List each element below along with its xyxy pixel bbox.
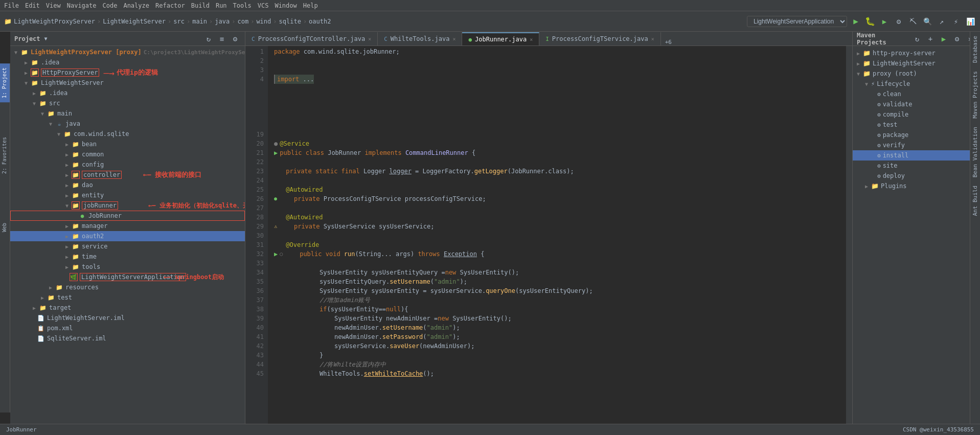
vtab-maven[interactable]: Maven Projects [970,67,980,123]
tree-entity[interactable]: ▶ 📁 entity [10,190,245,200]
tree-manager[interactable]: ▶ 📁 manager [10,221,245,231]
line-numbers: 1 2 3 4 19 20 21 22 23 24 25 26 27 28 29… [245,46,268,424]
maven-item-test[interactable]: ⚙ test [853,120,980,130]
tree-lw-idea[interactable]: ▶ 📁 .idea [10,88,245,98]
tree-pom[interactable]: 📋 pom.xml [10,323,245,333]
settings-icon[interactable]: ⚙ [230,33,241,44]
tab-processconfig[interactable]: C ProcessConfigTController.java × [245,32,378,45]
maven-add-icon[interactable]: + [925,33,936,44]
vtab-ant[interactable]: Ant Build [970,181,980,220]
maven-item-verify[interactable]: ⚙ verify [853,140,980,150]
menu-view[interactable]: View [46,2,61,9]
maven-run-icon[interactable]: ▶ [938,33,949,44]
tree-sqlite-iml[interactable]: 📄 SqliteServer.iml [10,333,245,344]
tab-jobrunner[interactable]: ● JobRunner.java × [462,32,539,45]
tree-root[interactable]: ▼ 📁 LightWeightProxyServer [proxy] C:\pr… [10,47,245,57]
tree-dao[interactable]: ▶ 📁 dao [10,180,245,190]
tree-src[interactable]: ▼ 📁 src [10,98,245,108]
tree-main[interactable]: ▼ 📁 main [10,108,245,119]
tree-jobrunner-folder[interactable]: ▼ 📁 jobRunner ←— 业务初始化（初始化sqlite、开启代理端口） [10,200,245,211]
tree-idea[interactable]: ▶ 📁 .idea [10,57,245,67]
tree-lwserver[interactable]: ▼ 📁 LightWeightServer [10,78,245,88]
tab-close-service[interactable]: × [651,36,654,42]
left-tab-favorites[interactable]: 2: Favorites [0,133,10,178]
toolbar-icon3[interactable]: ↗ [936,16,947,27]
maven-item-compile[interactable]: ⚙ compile [853,109,980,120]
toolbar-icon4[interactable]: ⚡ [950,16,962,27]
maven-item-http[interactable]: ▶ 📁 http-proxy-server [853,48,980,58]
menu-window[interactable]: Window [275,2,297,9]
run-config-select[interactable]: LightWeightServerApplication [747,16,847,27]
tab-close-jobrunner[interactable]: × [530,37,533,42]
main-area: 1: Project 2: Favorites Web Project ▼ ↻ … [0,32,980,424]
menu-code[interactable]: Code [103,2,118,9]
tab-count[interactable]: +6 [661,39,676,45]
menu-file[interactable]: File [4,2,19,9]
tab-whilte[interactable]: C WhilteTools.java × [378,32,462,45]
menu-run[interactable]: Run [216,2,227,9]
menu-edit[interactable]: Edit [25,2,40,9]
tree-bean[interactable]: ▶ 📁 bean [10,139,245,149]
panel-dropdown-icon[interactable]: ▼ [44,36,48,41]
left-tab-project[interactable]: 1: Project [0,63,10,102]
maven-refresh-icon[interactable]: ↻ [911,33,923,44]
maven-item-proxy[interactable]: ▼ 📁 proxy (root) [853,68,980,79]
tree-target[interactable]: ▶ 📁 target [10,303,245,313]
tree-pkg[interactable]: ▼ 📁 com.wind.sqlite [10,129,245,139]
tree-service[interactable]: ▶ 📁 service [10,241,245,251]
code-line-34: SysUserEntity sysUserEntityQuery =new Sy… [274,268,846,277]
tree-java[interactable]: ▼ ☕ java [10,119,245,129]
debug-button[interactable]: 🐛 [864,16,876,27]
left-tab-web[interactable]: Web [0,219,10,236]
tree-oauth2[interactable]: ▶ 📁 oauth2 [10,231,245,241]
maven-item-lw[interactable]: ▶ 📁 LightWeightServer [853,58,980,68]
toolbar-icon5[interactable]: 📊 [965,16,976,27]
maven-title: Maven Projects [857,32,908,46]
toolbar-icon2[interactable]: 🔍 [922,16,933,27]
maven-item-deploy[interactable]: ⚙ deploy [853,171,980,181]
tree-app[interactable]: 🌿 LightWeightServerApplication ←— spring… [10,272,245,282]
tab-close-whilte[interactable]: × [452,36,455,42]
menu-help[interactable]: Help [303,2,318,9]
editor-scrollbar[interactable] [846,46,852,424]
tree-time[interactable]: ▶ 📁 time [10,251,245,262]
tree-config[interactable]: ▶ 📁 config [10,159,245,170]
tree-lwiml[interactable]: 📄 LightWeightServer.iml [10,313,245,323]
breadcrumb-name2: LightWeightServer [103,18,166,25]
menu-analyze[interactable]: Analyze [123,2,149,9]
panel-title: Project [14,35,40,42]
menu-build[interactable]: Build [191,2,210,9]
menu-refactor[interactable]: Refactor [155,2,185,9]
maven-item-lifecycle[interactable]: ▼ ⚡ Lifecycle [853,79,980,89]
tree-controller[interactable]: ▶ 📁 controller ←— 接收前端的接口 [10,170,245,180]
breadcrumb-project1[interactable]: 📁 [4,18,12,25]
vtab-bean[interactable]: Bean Validation [970,123,980,181]
editor-area: C ProcessConfigTController.java × C Whil… [245,32,852,424]
tab-close-processconfig[interactable]: × [368,36,371,42]
tree-common[interactable]: ▶ 📁 common [10,149,245,159]
code-area[interactable]: package com.wind.sqlite.jobRunner; impor… [268,46,846,424]
collapse-icon[interactable]: ≡ [216,33,227,44]
maven-item-validate[interactable]: ⚙ validate [853,99,980,109]
tree-tools[interactable]: ▶ 📁 tools [10,262,245,272]
menu-navigate[interactable]: Navigate [67,2,97,9]
maven-item-site[interactable]: ⚙ site [853,161,980,171]
maven-item-clean[interactable]: ⚙ clean [853,89,980,99]
tree-jobrunner-class[interactable]: ● JobRunner [10,211,245,221]
menu-vcs[interactable]: VCS [258,2,269,9]
toolbar-icon1[interactable]: ⛏ [907,16,919,27]
coverage-button[interactable]: ▶ [879,16,890,27]
tree-httpproxyserver[interactable]: ▶ 📁 HttpProxyServer —→ 代理ip的逻辑 [10,67,245,78]
maven-item-plugins[interactable]: ▶ 📁 Plugins [853,181,980,191]
maven-item-install[interactable]: ⚙ install [853,150,980,161]
settings-button[interactable]: ⚙ [893,16,904,27]
maven-settings-icon[interactable]: ⚙ [951,33,963,44]
menu-tools[interactable]: Tools [233,2,252,9]
tab-service[interactable]: I ProcessConfigTService.java × [539,32,661,45]
sync-icon[interactable]: ↻ [203,33,214,44]
maven-item-package[interactable]: ⚙ package [853,130,980,140]
tree-resources[interactable]: ▶ 📁 resources [10,282,245,292]
run-button[interactable]: ▶ [850,16,861,27]
tree-test[interactable]: ▶ 📁 test [10,292,245,303]
vtab-database[interactable]: Database [970,32,980,67]
